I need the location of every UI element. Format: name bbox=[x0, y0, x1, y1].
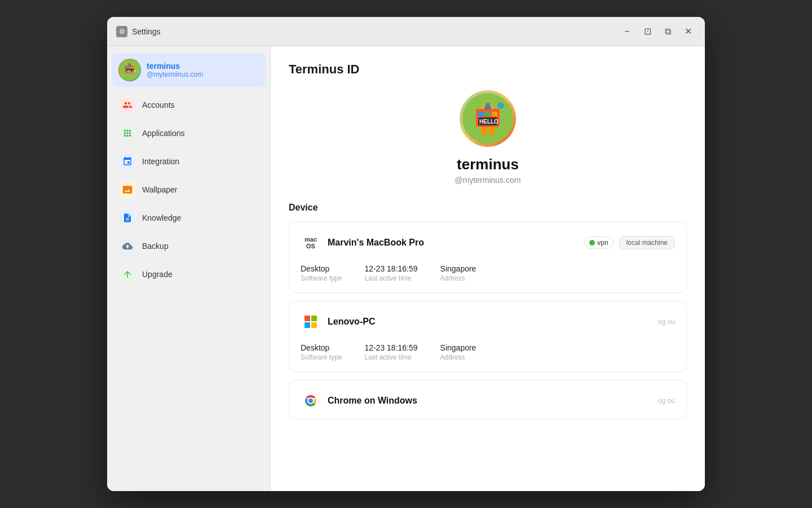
accounts-label: Accounts bbox=[142, 100, 175, 110]
svg-rect-19 bbox=[481, 127, 487, 135]
device-name-chrome: Chrome on Windows bbox=[328, 396, 658, 406]
svg-rect-12 bbox=[478, 112, 484, 116]
address-label-lenovo: Address bbox=[440, 353, 476, 361]
vpn-status-dot bbox=[589, 240, 595, 246]
logout-button-lenovo[interactable]: og ou bbox=[658, 318, 675, 326]
device-section-title: Device bbox=[289, 203, 687, 213]
address-item-lenovo: Singapore Address bbox=[440, 343, 476, 361]
svg-text:HELLO: HELLO bbox=[479, 119, 498, 125]
last-active-value-lenovo: 12-23 18:16:59 bbox=[364, 343, 417, 352]
wallpaper-icon bbox=[120, 182, 135, 198]
svg-rect-20 bbox=[489, 127, 495, 135]
applications-icon bbox=[120, 125, 135, 141]
windows-icon bbox=[301, 312, 321, 332]
local-machine-badge: local machine bbox=[619, 236, 675, 249]
svg-point-24 bbox=[308, 398, 313, 403]
app-icon: ⚙ bbox=[116, 26, 127, 37]
last-active-value: 12-23 18:16:59 bbox=[364, 264, 417, 273]
address-value-lenovo: Singapore bbox=[440, 343, 476, 352]
backup-icon bbox=[120, 238, 135, 254]
titlebar: ⚙ Settings − ⊡ ⧉ ✕ bbox=[107, 17, 705, 46]
device-header-chrome: Chrome on Windows og ou bbox=[301, 391, 675, 411]
window-controls: − ⊡ ⧉ ✕ bbox=[619, 24, 696, 40]
device-card-macbook: macOS Marvin's MacBook Pro vpn local mac… bbox=[289, 222, 687, 293]
profile-section: HELLO terminus @myterminus.com bbox=[289, 90, 687, 185]
avatar-small: HELLO bbox=[118, 59, 141, 81]
last-active-label: Last active time bbox=[364, 274, 417, 282]
address-value: Singapore bbox=[440, 264, 476, 273]
device-name-macbook: Marvin's MacBook Pro bbox=[328, 238, 584, 248]
integration-icon bbox=[120, 154, 135, 169]
device-name-lenovo: Lenovo-PC bbox=[328, 317, 658, 327]
sidebar-item-knowledge[interactable]: Knowledge bbox=[112, 204, 266, 231]
device-section: Device macOS Marvin's MacBook Pro vpn lo… bbox=[289, 203, 687, 419]
profile-email: @myterminus.com bbox=[147, 71, 203, 78]
wallpaper-label: Wallpaper bbox=[142, 185, 178, 194]
software-type-value-lenovo: Desktop bbox=[301, 343, 342, 352]
device-card-lenovo: Lenovo-PC og ou Desktop Software type 12… bbox=[289, 301, 687, 372]
sidebar-item-applications[interactable]: Applications bbox=[112, 120, 266, 147]
last-active-item-lenovo: 12-23 18:16:59 Last active time bbox=[364, 343, 417, 361]
maximize-button[interactable]: ⊡ bbox=[639, 24, 655, 40]
page-title: Terminus ID bbox=[289, 62, 687, 77]
applications-label: Applications bbox=[142, 129, 185, 138]
accounts-icon bbox=[120, 97, 135, 113]
window-title: Settings bbox=[132, 27, 619, 36]
content-area: HELLO terminus @myterminus.com Accounts bbox=[107, 46, 705, 491]
minimize-button[interactable]: − bbox=[619, 24, 635, 40]
device-header-lenovo: Lenovo-PC og ou bbox=[301, 312, 675, 332]
last-active-label-lenovo: Last active time bbox=[364, 353, 417, 361]
sidebar-item-accounts[interactable]: Accounts bbox=[112, 91, 266, 119]
profile-info: terminus @myterminus.com bbox=[147, 62, 203, 78]
sidebar-profile[interactable]: HELLO terminus @myterminus.com bbox=[112, 53, 266, 87]
sidebar-item-integration[interactable]: Integration bbox=[112, 148, 266, 175]
upgrade-icon bbox=[120, 266, 135, 282]
software-type-value: Desktop bbox=[301, 264, 342, 273]
last-active-item: 12-23 18:16:59 Last active time bbox=[364, 264, 417, 282]
device-header-macbook: macOS Marvin's MacBook Pro vpn local mac… bbox=[301, 233, 675, 253]
device-details-macbook: Desktop Software type 12-23 18:16:59 Las… bbox=[301, 264, 675, 282]
backup-label: Backup bbox=[142, 242, 169, 251]
knowledge-icon bbox=[120, 210, 135, 226]
svg-point-18 bbox=[486, 103, 490, 107]
knowledge-label: Knowledge bbox=[142, 213, 181, 222]
close-button[interactable]: ✕ bbox=[680, 24, 696, 40]
sidebar-item-wallpaper[interactable]: Wallpaper bbox=[112, 176, 266, 203]
profile-domain: @myterminus.com bbox=[455, 176, 521, 185]
svg-rect-2 bbox=[126, 67, 128, 68]
upgrade-label: Upgrade bbox=[142, 270, 173, 279]
software-type-item-lenovo: Desktop Software type bbox=[301, 343, 342, 361]
vpn-label: vpn bbox=[597, 239, 608, 247]
software-type-label-lenovo: Software type bbox=[301, 353, 342, 361]
chrome-icon bbox=[301, 391, 321, 411]
settings-window: ⚙ Settings − ⊡ ⧉ ✕ bbox=[107, 17, 705, 491]
sidebar-item-backup[interactable]: Backup bbox=[112, 233, 266, 260]
restore-button[interactable]: ⧉ bbox=[660, 24, 676, 40]
vpn-badge: vpn bbox=[584, 237, 613, 249]
sidebar-item-upgrade[interactable]: Upgrade bbox=[112, 261, 266, 288]
svg-text:HELLO: HELLO bbox=[126, 70, 135, 73]
svg-point-8 bbox=[129, 63, 131, 65]
main-content: Terminus ID HELLO bbox=[271, 46, 705, 491]
svg-rect-13 bbox=[485, 112, 491, 116]
profile-name: terminus bbox=[147, 62, 203, 71]
software-type-item: Desktop Software type bbox=[301, 264, 342, 282]
software-type-label: Software type bbox=[301, 274, 342, 282]
svg-rect-3 bbox=[129, 67, 131, 68]
address-item: Singapore Address bbox=[440, 264, 476, 282]
logout-button-chrome[interactable]: og ou bbox=[658, 397, 675, 405]
sidebar: HELLO terminus @myterminus.com Accounts bbox=[107, 46, 271, 491]
svg-rect-4 bbox=[131, 67, 134, 68]
profile-username: terminus bbox=[457, 156, 519, 173]
macos-icon: macOS bbox=[301, 233, 321, 253]
address-label: Address bbox=[440, 274, 476, 282]
svg-rect-14 bbox=[492, 112, 497, 116]
profile-avatar-large: HELLO bbox=[460, 90, 516, 147]
device-details-lenovo: Desktop Software type 12-23 18:16:59 Las… bbox=[301, 343, 675, 361]
integration-label: Integration bbox=[142, 157, 179, 166]
device-card-chrome: Chrome on Windows og ou bbox=[289, 380, 687, 419]
